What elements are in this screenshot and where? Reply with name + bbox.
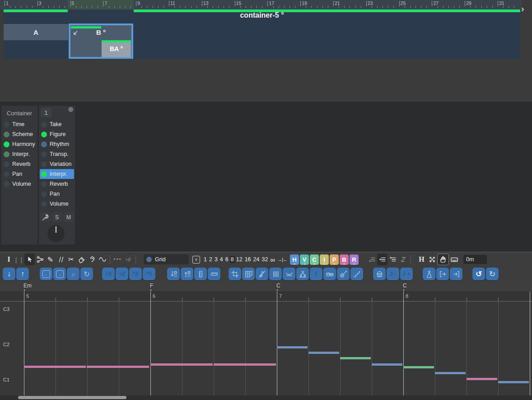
crop-button[interactable]	[229, 268, 241, 280]
horizontal-scrollbar[interactable]	[0, 395, 532, 400]
panel-item-volume[interactable]: Volume	[40, 199, 74, 209]
piano-roll-button[interactable]	[242, 268, 255, 280]
layer-r-button[interactable]: R∨	[350, 254, 359, 265]
panel-item-take[interactable]: Take	[40, 119, 74, 129]
solo-button[interactable]: S	[52, 212, 62, 222]
range-select-tool[interactable]: [ ]	[14, 254, 24, 265]
mute-note-button[interactable]	[256, 268, 268, 280]
hand-tool[interactable]	[437, 254, 449, 265]
undo-button[interactable]: ↺	[472, 268, 485, 280]
export-right-button[interactable]	[450, 268, 462, 280]
panel-item-pan[interactable]: Pan	[2, 169, 37, 179]
note[interactable]	[277, 346, 308, 348]
multiply-3-button[interactable]: *3	[143, 268, 155, 280]
chord-label[interactable]: F	[150, 282, 153, 289]
layer-c-button[interactable]: C∨	[310, 254, 319, 265]
division-2[interactable]: 2	[208, 256, 213, 263]
note-grid[interactable]: 5678	[0, 292, 532, 395]
export-left-button[interactable]	[436, 268, 449, 280]
panel-item-reverb[interactable]: Reverb	[2, 159, 37, 169]
scroll-right-icon[interactable]: ›	[521, 4, 524, 13]
panel-item-interpr[interactable]: Interpr.	[2, 149, 37, 159]
wave-tool[interactable]	[97, 254, 107, 265]
multiply-2-button[interactable]: *2	[129, 268, 142, 280]
panel-item-reverb[interactable]: Reverb	[40, 179, 74, 189]
close-icon[interactable]: ⊗	[68, 106, 74, 113]
panel-item-volume[interactable]: Volume	[2, 179, 37, 189]
divide-2-button[interactable]: ÷2	[116, 268, 128, 280]
layer-h-button[interactable]: H∨	[290, 254, 299, 265]
note[interactable]	[403, 366, 434, 368]
layer-v-button[interactable]: V∨	[300, 254, 309, 265]
position-display-input[interactable]	[463, 255, 487, 264]
multi-draw-tool[interactable]	[56, 254, 66, 265]
panel-item-rhythm[interactable]: Rhythm	[40, 139, 74, 149]
division-6[interactable]: 6	[224, 256, 229, 263]
vertical-ruler-button[interactable]	[194, 268, 207, 280]
expand-view-button[interactable]	[427, 254, 437, 265]
horizontal-ruler-button[interactable]	[208, 268, 220, 280]
accidentals-button[interactable]: ♭♯	[123, 254, 133, 265]
division-3[interactable]: 3	[214, 256, 219, 263]
note[interactable]	[24, 366, 86, 368]
note[interactable]	[308, 352, 339, 354]
note[interactable]	[150, 363, 213, 366]
wrench-button[interactable]	[40, 212, 50, 222]
layer-i-button[interactable]: I∨	[320, 254, 329, 265]
mute-button[interactable]: M	[64, 212, 74, 222]
panel-item-variation[interactable]: Variation	[40, 159, 74, 169]
container-block-a[interactable]: A	[4, 24, 68, 40]
division-4[interactable]: 4	[219, 256, 224, 263]
panel-item-pan[interactable]: Pan	[40, 189, 74, 199]
infinity-division[interactable]: ∞	[269, 256, 276, 264]
panel-item-time[interactable]: Time	[2, 119, 37, 129]
nudge-left-button[interactable]: ←	[40, 268, 52, 280]
grid-checkbox-icon[interactable]: ∨	[192, 256, 200, 264]
note[interactable]	[467, 378, 497, 380]
ibeam-tool[interactable]: I	[4, 254, 14, 265]
connect-tool[interactable]	[35, 254, 45, 265]
pencil-tool[interactable]: ✎	[45, 254, 56, 265]
align-start-button[interactable]	[367, 254, 377, 265]
nudge-right-button[interactable]: →	[53, 268, 66, 280]
keyboard-input-button[interactable]	[449, 254, 459, 265]
note[interactable]	[498, 381, 529, 383]
division-16[interactable]: 16	[244, 256, 252, 263]
chord-label[interactable]: Em	[23, 282, 32, 289]
division-8[interactable]: 8	[230, 256, 235, 263]
panel-item-harmony[interactable]: Harmony	[2, 139, 37, 149]
shift-up-button[interactable]: ↑	[16, 268, 29, 280]
volume-knob[interactable]	[47, 225, 65, 242]
division-24[interactable]: 24	[252, 256, 261, 263]
scissors-tool[interactable]: ✂	[66, 254, 76, 265]
step-up-button[interactable]	[181, 268, 193, 280]
j-minus-button[interactable]: J -	[387, 268, 399, 280]
percussion-button[interactable]	[323, 268, 336, 280]
chord-label[interactable]: C	[403, 282, 407, 289]
snap-icon[interactable]: →|←	[277, 257, 287, 262]
j-plus-button[interactable]: J +	[400, 268, 413, 280]
align-top-button[interactable]	[387, 254, 398, 265]
steps-button[interactable]	[350, 268, 363, 280]
panel-item-interpr[interactable]: Interpr.	[40, 169, 74, 179]
timeline-ruler[interactable]: 135791113151719212325272931	[0, 0, 522, 9]
grid-select[interactable]: Grid	[144, 254, 189, 264]
more-options-button[interactable]: •••	[112, 254, 123, 265]
layer-b-button[interactable]: B∨	[340, 254, 349, 265]
listen-tool[interactable]	[87, 254, 97, 265]
align-block-button[interactable]	[377, 254, 387, 265]
note[interactable]	[214, 363, 276, 366]
guitar-button[interactable]	[337, 268, 350, 280]
swap-button[interactable]: ↓↑	[67, 268, 79, 280]
container-block-ba[interactable]: BA °	[102, 40, 131, 57]
divide-3-button[interactable]: ÷3	[102, 268, 115, 280]
container-block-b-selected[interactable]: B ° BA °	[69, 24, 133, 59]
panel-item-figure[interactable]: Figure	[40, 129, 74, 139]
layer-p-button[interactable]: P∨	[330, 254, 339, 265]
step-down-button[interactable]	[167, 268, 180, 280]
panel-item-transp[interactable]: Transp.	[40, 149, 74, 159]
note[interactable]	[87, 366, 149, 368]
scrollbar-thumb[interactable]	[18, 396, 126, 399]
shift-down-button[interactable]: ↓	[3, 268, 15, 280]
note[interactable]	[340, 357, 371, 359]
